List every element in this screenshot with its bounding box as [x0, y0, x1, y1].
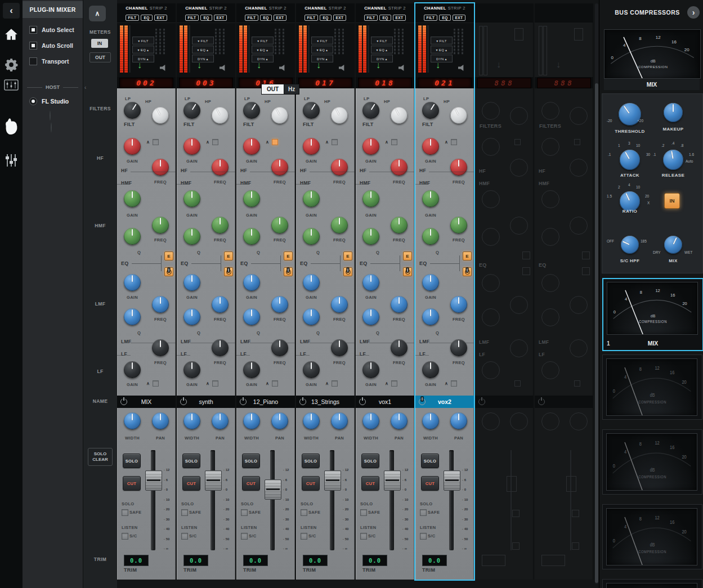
channel-power-icon[interactable]	[299, 398, 306, 405]
auto-select-option[interactable]: Auto Select	[29, 26, 74, 34]
lmf-q-knob[interactable]	[362, 308, 379, 325]
comp-in-button[interactable]: IN	[664, 193, 680, 209]
lf-freq-knob[interactable]	[331, 339, 348, 356]
listen-sc-checkbox[interactable]	[181, 533, 188, 540]
hf-bell-switch[interactable]	[451, 139, 457, 145]
lmf-q-knob[interactable]	[243, 308, 260, 325]
lf-gain-knob[interactable]	[124, 361, 141, 378]
filt-section-button[interactable]: FILT	[245, 15, 259, 21]
filt-route-chip[interactable]: ▾ FILT	[431, 37, 453, 44]
eq-route-chip[interactable]: ▾ EQ ▴	[192, 46, 214, 53]
channel-name-bar[interactable]: vox1	[356, 396, 414, 408]
hmf-freq-knob[interactable]	[450, 217, 467, 234]
channel-power-icon[interactable]	[180, 398, 187, 405]
hmf-freq-knob[interactable]	[331, 217, 348, 234]
fader-handle[interactable]	[384, 470, 401, 491]
filt-route-chip[interactable]: ▾ FILT	[252, 37, 274, 44]
solo-safe-checkbox[interactable]	[420, 509, 427, 516]
hmf-freq-knob[interactable]	[391, 217, 408, 234]
home-icon[interactable]	[4, 27, 19, 42]
width-knob[interactable]	[303, 412, 320, 429]
lf-freq-knob[interactable]	[271, 339, 288, 356]
eq-power-button[interactable]	[343, 267, 352, 276]
hf-bell-toggle[interactable]: ∧	[385, 139, 397, 145]
fader-handle[interactable]	[444, 470, 460, 491]
fader-handle[interactable]	[324, 470, 341, 491]
hmf-q-knob[interactable]	[183, 228, 200, 245]
lmf-freq-knob[interactable]	[271, 296, 288, 313]
listen-sc-checkbox[interactable]	[122, 533, 128, 540]
settings-gear-icon[interactable]	[4, 57, 19, 72]
dyn-route-chip[interactable]: DYN ▴	[311, 55, 333, 62]
solo-safe-checkbox[interactable]	[122, 509, 128, 516]
lf-bell-toggle[interactable]: ∧	[146, 380, 159, 387]
channel-power-icon[interactable]	[359, 398, 366, 405]
pan-knob[interactable]	[331, 412, 348, 429]
lf-gain-knob[interactable]	[303, 361, 320, 378]
meters-out-button[interactable]: OUT	[89, 52, 111, 62]
host-option-flstudio[interactable]: FL Studio	[29, 97, 69, 105]
lf-bell-toggle[interactable]: ∧	[325, 380, 338, 387]
pan-knob[interactable]	[271, 412, 288, 429]
filter-hp-knob[interactable]	[391, 107, 408, 124]
cut-button[interactable]: CUT	[421, 476, 439, 491]
lmf-gain-knob[interactable]	[303, 274, 320, 291]
solo-button[interactable]: SOLO	[182, 454, 200, 468]
filt-route-chip[interactable]: ▾ FILT	[311, 37, 333, 44]
empty-channel-strip[interactable]: ↓ 888 FILTERS HF HMF EQ LMF LF	[535, 3, 593, 580]
back-button[interactable]: ‹	[3, 3, 20, 19]
lf-gain-knob[interactable]	[183, 361, 200, 378]
lmf-q-knob[interactable]	[183, 308, 200, 325]
dyn-route-chip[interactable]: DYN ▴	[192, 55, 214, 62]
lmf-gain-knob[interactable]	[362, 274, 379, 291]
eq-power-button[interactable]	[463, 267, 472, 276]
listen-sc-checkbox[interactable]	[241, 533, 248, 540]
auto-scroll-option[interactable]: Auto Scroll	[29, 42, 73, 50]
ext-section-button[interactable]: EXT	[333, 15, 347, 21]
host-radio-empty[interactable]	[51, 122, 52, 133]
hmf-gain-knob[interactable]	[243, 190, 260, 207]
cut-button[interactable]: CUT	[361, 476, 379, 491]
release-knob[interactable]	[663, 150, 683, 170]
eq-e-button[interactable]: E	[224, 252, 233, 261]
eq-power-button[interactable]	[403, 267, 412, 276]
lf-freq-knob[interactable]	[212, 339, 229, 356]
dyn-route-chip[interactable]: DYN ▴	[431, 55, 453, 62]
lf-gain-knob[interactable]	[243, 361, 260, 378]
cut-button[interactable]: CUT	[182, 476, 200, 491]
bus-comp-slot-empty[interactable]: 0 4 8 12 16 20 dB COMPRESSION	[602, 504, 702, 569]
vertical-scrollbar[interactable]	[595, 3, 598, 584]
filt-section-button[interactable]: FILT	[305, 15, 319, 21]
eq-e-button[interactable]: E	[164, 252, 173, 261]
ext-section-button[interactable]: EXT	[154, 15, 168, 21]
hf-bell-switch[interactable]	[153, 139, 159, 145]
channel-power-icon[interactable]	[419, 398, 426, 405]
solo-button[interactable]: SOLO	[302, 454, 320, 468]
hf-bell-toggle[interactable]: ∧	[445, 139, 457, 145]
filters-collapse-icon[interactable]: ‹	[84, 84, 86, 91]
eq-route-chip[interactable]: ▾ EQ ▴	[252, 46, 274, 53]
lmf-freq-knob[interactable]	[152, 296, 169, 313]
expand-panel-icon[interactable]: ›	[687, 6, 700, 19]
hf-bell-switch[interactable]	[332, 139, 338, 145]
speaker-icon[interactable]	[220, 65, 227, 71]
listen-sc-checkbox[interactable]	[301, 533, 307, 540]
makeup-knob[interactable]	[664, 103, 683, 122]
lf-bell-switch[interactable]	[391, 380, 397, 387]
solo-button[interactable]: SOLO	[242, 454, 260, 468]
lf-gain-knob[interactable]	[422, 361, 439, 378]
hf-gain-knob[interactable]	[124, 138, 141, 155]
filt-route-chip[interactable]: ▾ FILT	[132, 37, 154, 44]
lf-bell-toggle[interactable]: ∧	[206, 380, 218, 387]
channel-name-bar[interactable]: synth	[177, 396, 235, 408]
eq-route-chip[interactable]: ▾ EQ ▴	[431, 46, 453, 53]
flstudio-radio[interactable]	[29, 97, 37, 105]
filter-hp-knob[interactable]	[212, 107, 229, 124]
solo-safe-checkbox[interactable]	[181, 509, 188, 516]
lmf-q-knob[interactable]	[124, 308, 141, 325]
filt-route-chip[interactable]: ▾ FILT	[192, 37, 214, 44]
hmf-freq-knob[interactable]	[271, 217, 288, 234]
eq-power-button[interactable]	[284, 267, 293, 276]
channel-name-bar[interactable]: 12_Piano	[236, 396, 295, 408]
bus-comp-slot-empty[interactable]: 0 4 8 12 16 20 dB COMPRESSION	[602, 354, 702, 420]
